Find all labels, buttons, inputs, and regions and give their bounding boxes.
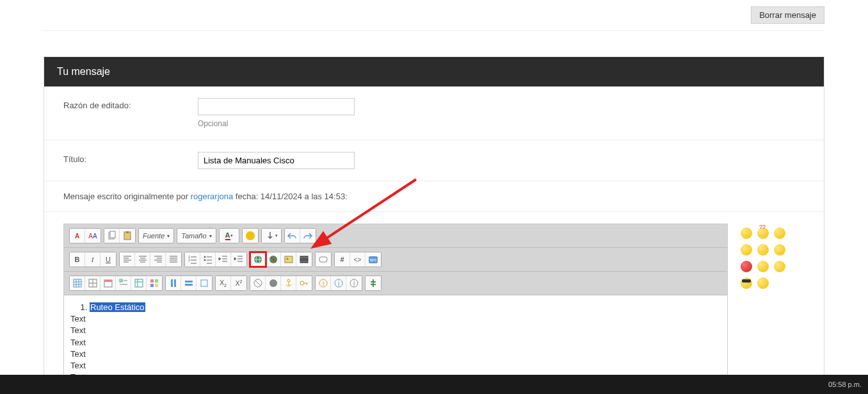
text-line: Text bbox=[70, 360, 721, 372]
cell-icon[interactable] bbox=[197, 276, 212, 290]
smiley-grin-icon[interactable] bbox=[774, 227, 785, 239]
svg-rect-26 bbox=[171, 279, 173, 287]
italic-icon[interactable]: I bbox=[85, 252, 100, 267]
unlink-icon[interactable] bbox=[266, 252, 281, 267]
hash-icon[interactable]: # bbox=[335, 252, 350, 267]
info1-icon[interactable]: i bbox=[316, 276, 331, 290]
svg-point-13 bbox=[286, 258, 288, 260]
info2-icon[interactable]: i bbox=[331, 276, 346, 290]
smiley-wink-icon[interactable] bbox=[774, 261, 785, 272]
svg-point-34 bbox=[300, 281, 304, 285]
table-icon[interactable] bbox=[70, 276, 85, 290]
emoji-icon[interactable] bbox=[243, 229, 258, 243]
edit-reason-input[interactable] bbox=[198, 98, 355, 115]
svg-rect-27 bbox=[174, 279, 176, 287]
smiley-angry-icon[interactable] bbox=[741, 261, 752, 272]
edit-reason-hint: Opcional bbox=[198, 119, 805, 128]
smiley-happy-icon[interactable] bbox=[741, 244, 752, 256]
smiley-cool-icon[interactable] bbox=[741, 277, 752, 289]
svg-rect-29 bbox=[185, 284, 193, 286]
row-icon[interactable] bbox=[181, 276, 197, 290]
subscript-icon[interactable]: X2 bbox=[216, 276, 231, 290]
image-icon[interactable] bbox=[281, 252, 296, 267]
svg-text:i: i bbox=[322, 280, 323, 287]
superscript-icon[interactable]: X2 bbox=[231, 276, 246, 290]
size-select[interactable]: Tamaño bbox=[177, 229, 215, 243]
unordered-list-icon[interactable] bbox=[200, 252, 216, 267]
outdent-icon[interactable] bbox=[216, 252, 231, 267]
svg-point-7 bbox=[204, 256, 205, 258]
text-color-icon[interactable]: A ▾ bbox=[220, 229, 239, 243]
info3-icon[interactable]: i bbox=[346, 276, 362, 290]
svg-text:2: 2 bbox=[188, 258, 190, 262]
align-right-icon[interactable] bbox=[150, 252, 166, 267]
paste-icon[interactable] bbox=[120, 229, 135, 243]
code-icon[interactable]: <> bbox=[350, 252, 366, 267]
redo-icon[interactable] bbox=[300, 229, 316, 243]
svg-rect-4 bbox=[126, 231, 129, 233]
svg-rect-23 bbox=[155, 279, 158, 283]
grid-icon[interactable] bbox=[147, 276, 162, 290]
key-icon[interactable] bbox=[296, 276, 312, 290]
quote-icon[interactable] bbox=[316, 252, 331, 267]
svg-rect-19 bbox=[104, 280, 112, 282]
special-icon[interactable] bbox=[366, 276, 381, 290]
undo-icon[interactable] bbox=[285, 229, 300, 243]
section-title: Tu mensaje bbox=[44, 57, 824, 86]
link-icon[interactable] bbox=[250, 252, 266, 267]
ordered-list-icon[interactable]: 12 bbox=[185, 252, 200, 267]
svg-rect-22 bbox=[150, 279, 154, 283]
svg-point-33 bbox=[287, 279, 290, 282]
remove-format-icon[interactable]: AA bbox=[85, 229, 100, 243]
original-message-meta: Mensaje escrito originalmente por rogera… bbox=[44, 181, 824, 212]
delete-message-button[interactable]: Borrar mensaje bbox=[751, 6, 824, 24]
underline-icon[interactable]: U bbox=[100, 252, 116, 267]
smiley-laugh-icon[interactable] bbox=[757, 277, 769, 289]
strikethrough-icon[interactable] bbox=[250, 276, 266, 290]
bold-icon[interactable]: B bbox=[70, 252, 85, 267]
smiley-panel: ?? bbox=[741, 224, 805, 394]
checklist-icon[interactable] bbox=[116, 276, 131, 290]
svg-rect-2 bbox=[110, 231, 115, 238]
align-center-icon[interactable] bbox=[135, 252, 150, 267]
svg-rect-12 bbox=[285, 256, 293, 263]
taskbar: 05:58 p.m. bbox=[0, 375, 868, 394]
source-icon[interactable]: src bbox=[366, 252, 381, 267]
svg-text:i: i bbox=[337, 280, 339, 287]
globe-icon[interactable] bbox=[266, 276, 281, 290]
smiley-smile-icon[interactable] bbox=[741, 227, 752, 239]
spreadsheet-icon[interactable] bbox=[131, 276, 147, 290]
smiley-confused-icon[interactable]: ?? bbox=[757, 227, 769, 239]
svg-rect-21 bbox=[135, 279, 143, 287]
align-justify-icon[interactable] bbox=[166, 252, 181, 267]
font-color-icon[interactable]: A bbox=[70, 229, 85, 243]
svg-point-8 bbox=[204, 259, 205, 261]
taskbar-time: 05:58 p.m. bbox=[828, 381, 862, 388]
video-icon[interactable] bbox=[296, 252, 312, 267]
edit-reason-label: Razón de editado: bbox=[63, 98, 198, 110]
indent-icon[interactable] bbox=[231, 252, 246, 267]
svg-rect-15 bbox=[319, 257, 327, 262]
svg-rect-24 bbox=[150, 284, 154, 287]
text-line: Text bbox=[70, 313, 721, 325]
smiley-neutral-icon[interactable] bbox=[757, 244, 769, 256]
title-label: Título: bbox=[63, 152, 198, 164]
svg-rect-30 bbox=[201, 280, 207, 286]
align-left-icon[interactable] bbox=[120, 252, 135, 267]
title-input[interactable] bbox=[198, 152, 355, 169]
author-link[interactable]: rogerarjona bbox=[191, 192, 234, 201]
calendar-icon[interactable] bbox=[100, 276, 116, 290]
text-line: Text bbox=[70, 325, 721, 336]
font-select[interactable]: Fuente bbox=[139, 229, 173, 243]
table2-icon[interactable] bbox=[85, 276, 100, 290]
copy-icon[interactable] bbox=[104, 229, 120, 243]
svg-point-32 bbox=[269, 279, 277, 287]
text-line: Text bbox=[70, 349, 721, 360]
column-icon[interactable] bbox=[166, 276, 181, 290]
smiley-tongue-icon[interactable] bbox=[757, 261, 769, 272]
anchor-icon[interactable] bbox=[281, 276, 296, 290]
attachment-icon[interactable]: ▾ bbox=[262, 229, 281, 243]
selected-text: Ruteo Estático bbox=[90, 302, 145, 312]
smiley-sad-icon[interactable] bbox=[774, 244, 785, 256]
svg-text:i: i bbox=[353, 280, 355, 287]
